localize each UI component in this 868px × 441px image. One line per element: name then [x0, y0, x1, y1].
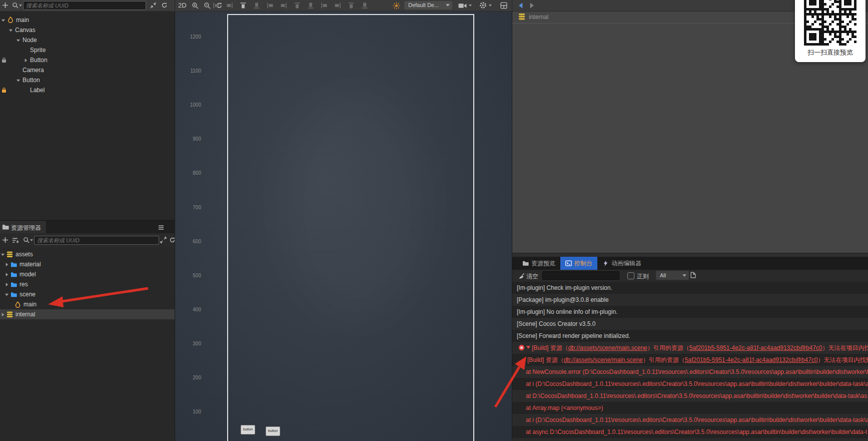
sort-icon[interactable]: [12, 237, 19, 244]
search-icon[interactable]: [23, 237, 30, 243]
hierarchy-node-canvas[interactable]: Canvas: [0, 25, 175, 35]
asset-node-model[interactable]: model: [0, 269, 175, 279]
log-text: at i (D:\CocosDashboard_1.0.11\resources…: [526, 378, 868, 390]
assets-panel-header: 资源管理器: [0, 220, 175, 234]
align-icon[interactable]: [213, 3, 220, 9]
tab-assets-manager[interactable]: 资源管理器: [0, 221, 47, 234]
scene-button-widget[interactable]: button: [241, 425, 255, 434]
cocos-creator-window: 2D Default De... mainCanvasNodeSpriteBut…: [0, 0, 868, 441]
tab-folder[interactable]: 资源预览: [517, 257, 560, 270]
add-asset-icon[interactable]: [2, 237, 9, 243]
asset-label: assets: [16, 251, 33, 258]
hierarchy-node-label[interactable]: Label: [0, 85, 175, 95]
tree-caret-icon[interactable]: [16, 38, 21, 43]
hierarchy-node-sprite[interactable]: Sprite: [0, 45, 175, 55]
tab-bolt[interactable]: 动画编辑器: [597, 257, 646, 270]
search-icon[interactable]: [12, 2, 19, 9]
layout-grid-icon[interactable]: [500, 2, 507, 9]
ruler-label: 1000: [187, 102, 201, 108]
nav-back-icon[interactable]: [518, 3, 523, 9]
zoom-out-icon[interactable]: [204, 2, 211, 9]
log-caret-icon[interactable]: [526, 346, 530, 349]
hierarchy-search-input[interactable]: [23, 1, 146, 10]
align-icon[interactable]: [240, 3, 247, 9]
log-row: [Build] 资源（db://assets/scene/main.scene）…: [512, 354, 868, 366]
asset-node-res[interactable]: res: [0, 279, 175, 289]
folder-icon: [11, 291, 17, 298]
scene-button-widget[interactable]: button: [266, 426, 280, 436]
gear-icon[interactable]: [479, 2, 487, 9]
align-icon[interactable]: [361, 3, 368, 9]
tree-caret-icon[interactable]: [5, 262, 9, 267]
log-level-select[interactable]: All: [656, 271, 689, 280]
align-icon[interactable]: [267, 3, 274, 9]
align-icon[interactable]: [334, 3, 341, 9]
broom-icon[interactable]: [518, 273, 525, 279]
log-fragment: [Package] im-plugin@3.0.8 enable: [517, 296, 609, 303]
align-icon[interactable]: [321, 3, 328, 9]
console-panel: 资源预览控制台动画编辑器 清空 正则 All [Im-plugin] Check…: [512, 253, 868, 441]
collapse-all-icon[interactable]: [150, 2, 157, 9]
camera-caret-icon: [469, 5, 472, 7]
scene-view[interactable]: 120011001000900800700600500400300200100 …: [175, 11, 512, 441]
tree-caret-icon[interactable]: [24, 58, 28, 63]
lock-icon: [2, 57, 7, 63]
node-label: Canvas: [15, 27, 36, 34]
folder-icon: [522, 260, 529, 266]
tree-caret-icon[interactable]: [9, 28, 13, 33]
hierarchy-node-button[interactable]: Button: [0, 75, 175, 85]
asset-node-assets[interactable]: assets: [0, 249, 175, 259]
align-icon[interactable]: [294, 3, 301, 9]
folder-icon: [11, 271, 17, 278]
lock-icon: [2, 87, 7, 93]
clear-button[interactable]: 清空: [526, 272, 538, 281]
log-fragment: at i (D:\CocosDashboard_1.0.11\resources…: [526, 380, 868, 387]
export-log-icon[interactable]: [690, 272, 696, 278]
hierarchy-node-main[interactable]: main: [0, 15, 175, 25]
align-icon[interactable]: [280, 3, 287, 9]
log-row: at Array.map (<anonymous>): [512, 402, 868, 414]
qr-caption: 扫一扫直接预览: [795, 48, 865, 57]
asset-node-main[interactable]: main: [0, 299, 175, 309]
align-icon[interactable]: [348, 3, 355, 9]
expand-all-icon[interactable]: [160, 237, 167, 243]
log-text: [Im-plugin] Check im-plugin version.: [517, 282, 612, 294]
tree-caret-icon[interactable]: [1, 18, 6, 23]
zoom-in-icon[interactable]: [192, 2, 199, 9]
mode-2d-button[interactable]: 2D: [178, 2, 187, 9]
align-icon[interactable]: [226, 3, 233, 9]
hierarchy-node-camera[interactable]: Camera: [0, 65, 175, 75]
nav-forward-icon[interactable]: [530, 3, 534, 9]
log-link[interactable]: db://assets/scene/main.scene: [564, 356, 643, 363]
log-link[interactable]: db://assets/scene/main.scene: [568, 344, 647, 351]
console-filter-input[interactable]: [542, 271, 619, 280]
tree-caret-icon[interactable]: [5, 292, 9, 297]
tree-caret-icon[interactable]: [1, 252, 5, 257]
camera-select[interactable]: Default De...: [404, 1, 452, 10]
align-icon[interactable]: [253, 3, 260, 9]
refresh-icon[interactable]: [161, 2, 168, 9]
gear-caret-icon: [489, 5, 492, 7]
tree-caret-icon[interactable]: [1, 312, 5, 317]
error-icon: [518, 344, 525, 351]
asset-node-internal[interactable]: internal: [0, 309, 175, 319]
menu-icon[interactable]: [158, 225, 164, 230]
tree-caret-icon[interactable]: [16, 78, 21, 83]
hierarchy-node-node[interactable]: Node: [0, 35, 175, 45]
camera-icon[interactable]: [458, 3, 467, 9]
asset-node-scene[interactable]: scene: [0, 289, 175, 299]
tree-caret-icon[interactable]: [5, 272, 9, 277]
log-text: [Build] 资源（db://assets/scene/main.scene）…: [527, 354, 868, 366]
log-link[interactable]: 5af201b5-5951-4e2c-a81f-ac4aad9132cb@b47…: [689, 344, 822, 351]
tab-terminal[interactable]: 控制台: [560, 257, 597, 270]
asset-node-material[interactable]: material: [0, 259, 175, 269]
hierarchy-node-button[interactable]: Button: [0, 55, 175, 65]
light-toggle-icon[interactable]: [393, 2, 400, 10]
assets-search-input[interactable]: [34, 236, 159, 245]
add-node-icon[interactable]: [2, 2, 9, 9]
db-icon: [7, 251, 13, 258]
log-link[interactable]: 5af201b5-5951-4e2c-a81f-ac4aad9132cb@b47…: [685, 356, 818, 363]
tree-caret-icon[interactable]: [5, 282, 9, 287]
align-icon[interactable]: [307, 3, 314, 9]
regex-checkbox[interactable]: [627, 272, 634, 279]
